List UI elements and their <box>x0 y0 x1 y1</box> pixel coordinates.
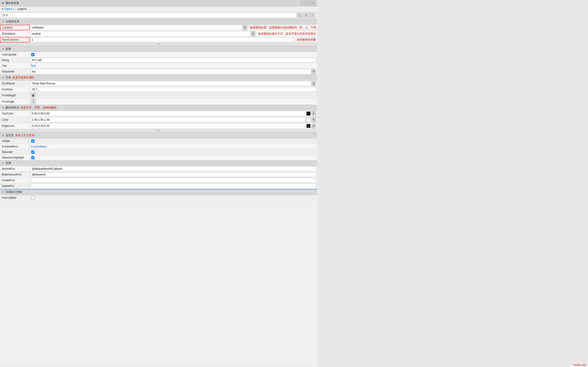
contextmenu-link[interactable]: ContextMenu <box>31 145 47 148</box>
color-dropdown[interactable] <box>31 117 305 122</box>
breadcrumb-item2[interactable]: Legend <box>17 7 26 10</box>
location-dropdown-btn[interactable]: ▼ <box>242 25 247 30</box>
title-link[interactable]: Text <box>31 64 36 67</box>
close-button[interactable]: ✕ <box>311 1 315 5</box>
section-arrow-color: ▼ <box>2 106 4 109</box>
section-font[interactable]: ▼ 字体 改变字体相关属性 <box>0 75 317 81</box>
string-label: String <box>0 58 30 62</box>
textcolor-input[interactable] <box>31 111 305 116</box>
fontname-dropdown[interactable]: ▼ <box>31 81 316 86</box>
section-callback[interactable]: ▼ 回调 <box>0 160 317 166</box>
title-bar-icon: ⊞ <box>2 2 4 5</box>
minimize-button[interactable]: − <box>301 1 305 5</box>
selected-checkbox[interactable] <box>31 150 35 154</box>
property-row-interruptible: Interruptible <box>0 195 317 200</box>
interpreter-dropdown[interactable]: ▼ <box>31 69 316 74</box>
interpreter-dropdown-btn[interactable]: ▼ <box>311 69 316 74</box>
search-bar: 🔍 ≡ ↕ <box>0 12 317 19</box>
selectionhighlight-checkbox[interactable] <box>31 156 35 159</box>
autoupdate-checkbox[interactable] <box>31 53 35 56</box>
property-row-numcolumns: NumColumns 改变图例的列数 <box>0 37 317 43</box>
property-row-textcolor: TextColor ▼ <box>0 110 317 117</box>
textcolor-dropdown[interactable] <box>31 111 305 116</box>
search-button[interactable]: 🔍 <box>297 13 302 18</box>
textcolor-label: TextColor <box>0 111 30 116</box>
numcolumns-label: NumColumns <box>0 37 30 42</box>
interruptible-checkbox[interactable] <box>31 196 35 199</box>
textcolor-value: ▼ <box>30 110 317 117</box>
property-row-selected: Selected <box>0 149 317 155</box>
fontsize-label: FontSize <box>0 87 30 92</box>
buttondownfcn-input[interactable] <box>31 172 316 177</box>
section-labels[interactable]: ▼ 标签 <box>0 46 317 52</box>
textcolor-dropdown-btn[interactable]: ▼ <box>311 111 316 116</box>
section-comment-color: 改变文本、背景、边框的颜色 <box>21 106 57 110</box>
section-comment-font: 改变字体相关属性 <box>12 76 35 80</box>
string-input[interactable] <box>31 58 316 62</box>
fontname-value: ▼ <box>30 81 317 86</box>
property-row-fontname: FontName ▼ <box>0 81 317 87</box>
visible-value <box>30 139 317 143</box>
location-input[interactable] <box>31 25 242 30</box>
fontsize-input[interactable] <box>31 87 316 92</box>
search-input[interactable] <box>1 13 296 18</box>
orientation-input[interactable] <box>31 31 251 36</box>
section-label-font: 字体 <box>6 76 11 80</box>
title-bar-text: 属性检查器 <box>5 1 315 5</box>
location-dropdown[interactable]: ▼ <box>31 25 247 30</box>
textcolor-swatch[interactable] <box>306 111 311 116</box>
interpreter-input[interactable] <box>31 69 311 74</box>
fontangle-label: FontAngle <box>0 99 30 104</box>
selectionhighlight-value <box>30 156 317 160</box>
fontweight-value: B <box>30 92 317 98</box>
section-interaction[interactable]: ▼ 交互性 基本上不太常用 <box>0 133 317 138</box>
collapse-arrow-position[interactable]: ▼ <box>0 43 317 46</box>
createfcn-input[interactable] <box>31 178 316 183</box>
edgecolor-input[interactable] <box>31 123 305 128</box>
fontname-input[interactable] <box>31 81 311 86</box>
section-label-interaction: 交互性 <box>6 133 14 137</box>
property-row-itemhitfcn: ItemHitFcn <box>0 166 317 172</box>
itemhitfcn-value <box>30 166 317 172</box>
sort-view-button[interactable]: ↕ <box>310 13 316 18</box>
fontname-dropdown-btn[interactable]: ▼ <box>311 81 316 86</box>
fontweight-bold-button[interactable]: B <box>31 93 36 98</box>
deletefcn-value <box>30 183 317 189</box>
property-row-selectionhighlight: SelectionHighlight <box>0 155 317 160</box>
property-row-fontangle: FontAngle I <box>0 99 317 105</box>
edgecolor-value: ▼ <box>30 123 317 129</box>
numcolumns-input[interactable] <box>31 37 294 42</box>
title-bar-controls: − □ ✕ <box>301 1 315 5</box>
edgecolor-swatch[interactable] <box>306 124 311 128</box>
color-dropdown-btn[interactable]: ▼ <box>311 117 316 122</box>
interruptible-value <box>30 196 317 200</box>
orientation-dropdown-btn[interactable]: ▼ <box>251 31 255 36</box>
numcolumns-comment: 改变图例的列数 <box>297 38 316 42</box>
interruptible-label: Interruptible <box>0 195 30 200</box>
section-callback-control[interactable]: ▼ 回调执行控制 <box>0 189 317 195</box>
edgecolor-dropdown[interactable] <box>31 123 305 128</box>
property-row-contextmenu: ContextMenu ContextMenu <box>0 144 317 149</box>
color-input[interactable] <box>31 117 305 122</box>
section-position-layout[interactable]: ▼ 位置和布局 <box>0 19 317 25</box>
edgecolor-dropdown-btn[interactable]: ▼ <box>311 123 316 128</box>
property-row-location: Location ▼ 改变图例位置，设置图例出现在图框内、外、上、下等 <box>0 25 317 31</box>
visible-checkbox[interactable] <box>31 140 35 143</box>
breadcrumb-item1[interactable]: Figure 1 <box>4 7 15 10</box>
property-row-buttondownfcn: ButtonDownFcn <box>0 172 317 177</box>
fontangle-italic-button[interactable]: I <box>31 99 36 104</box>
orientation-label: Orientation <box>0 31 30 36</box>
orientation-dropdown[interactable]: ▼ <box>31 31 255 36</box>
collapse-arrow-color[interactable]: ▼ <box>0 129 317 133</box>
location-label: Location <box>0 25 30 30</box>
maximize-button[interactable]: □ <box>306 1 310 5</box>
color-swatch[interactable] <box>306 118 311 122</box>
visible-label: Visible <box>0 139 30 143</box>
breadcrumb: ▶ Figure 1 › Legend <box>0 6 317 12</box>
section-color-style[interactable]: ▼ 颜色和样式 改变文本、背景、边框的颜色 <box>0 105 317 110</box>
main-content: ▼ 位置和布局 Location ▼ 改变图例位置，设置图例出现在图框内、外、上… <box>0 19 317 367</box>
selected-value <box>30 150 317 154</box>
list-view-button[interactable]: ≡ <box>303 13 309 18</box>
itemhitfcn-input[interactable] <box>31 167 316 171</box>
deletefcn-input[interactable] <box>31 184 316 188</box>
